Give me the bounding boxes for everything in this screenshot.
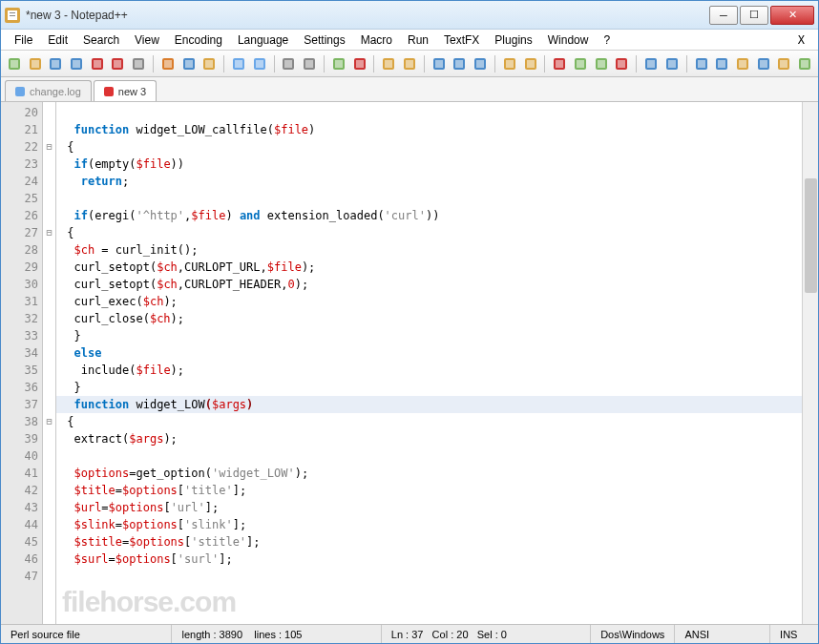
play-icon[interactable] [571,54,590,73]
line-number: 30 [1,276,42,293]
code-line[interactable]: return; [56,173,802,190]
code-line[interactable]: $ch = curl_init(); [56,241,802,259]
minimize-button[interactable]: ─ [709,6,738,25]
code-line[interactable]: $surl=$options['surl']; [56,551,802,568]
menu-edit[interactable]: Edit [40,31,75,49]
tri-up-icon[interactable] [692,54,711,73]
sync-v-icon[interactable] [379,54,398,73]
maximize-button[interactable]: ☐ [740,6,768,25]
tab-change.log[interactable]: change.log [5,80,92,101]
close-icon[interactable] [88,54,107,73]
tab-bar: change.lognew 3 [1,77,818,102]
code-line[interactable]: } [56,327,802,344]
code-line[interactable]: extract($args); [56,430,802,447]
fold-column: ⊟⊟⊟ [43,102,56,624]
new-icon[interactable] [5,54,24,73]
menu-language[interactable]: Language [230,31,296,49]
menu-settings[interactable]: Settings [296,31,352,49]
tri-down-icon[interactable] [712,54,731,73]
undo-icon[interactable] [229,54,248,73]
fold-icon[interactable] [500,54,519,73]
open-icon[interactable] [26,54,45,73]
code-line[interactable]: } [56,379,802,396]
menu-textfx[interactable]: TextFX [436,31,487,49]
code-line[interactable]: $options=get_option('widget_LOW'); [56,465,802,482]
abc-icon[interactable] [795,54,814,73]
all-chars-icon[interactable] [451,54,470,73]
wrap-icon[interactable] [430,54,449,73]
line-number: 40 [1,447,42,465]
fold-marker[interactable]: ⊟ [43,413,55,430]
menu-run[interactable]: Run [400,31,436,49]
wave-icon[interactable] [754,54,773,73]
stop-icon[interactable] [613,54,632,73]
vertical-scrollbar[interactable] [802,102,818,624]
line-number: 35 [1,362,42,379]
close-button[interactable]: ✕ [770,6,814,25]
code-area[interactable]: function widget_LOW_callfile($file) { if… [56,102,802,624]
indent-icon[interactable] [471,54,490,73]
rec-icon[interactable] [550,54,569,73]
code-line[interactable]: $title=$options['title']; [56,482,802,499]
fold-marker [43,104,55,121]
save-icon[interactable] [46,54,65,73]
menu-plugins[interactable]: Plugins [487,31,539,49]
menu-window[interactable]: Window [540,31,597,49]
menu-file[interactable]: File [7,31,40,49]
code-line[interactable]: curl_setopt($ch,CURLOPT_HEADER,0); [56,276,802,293]
sync-h-icon[interactable] [400,54,419,73]
square-icon[interactable] [775,54,794,73]
zoom-in-icon[interactable] [329,54,348,73]
circle-icon[interactable] [733,54,752,73]
code-line[interactable]: { [56,138,802,156]
fold-marker [43,516,55,533]
code-line[interactable] [56,104,802,121]
tab-new-3[interactable]: new 3 [94,80,157,101]
menu-view[interactable]: View [127,31,167,49]
fold-marker [43,241,55,259]
code-line[interactable]: if(eregi('^http',$file) and extension_lo… [56,207,802,224]
fold-marker [43,293,55,310]
code-line[interactable]: curl_setopt($ch,CURLOPT_URL,$file); [56,259,802,276]
code-line[interactable]: $url=$options['url']; [56,499,802,516]
print-icon[interactable] [129,54,148,73]
unfold-icon[interactable] [521,54,540,73]
menu-search[interactable]: Search [75,31,127,49]
svg-rect-25 [235,60,242,68]
find-icon[interactable] [280,54,299,73]
code-line[interactable]: function widget_LOW_callfile($file) [56,121,802,138]
copy-icon[interactable] [179,54,199,73]
code-line[interactable]: include($file); [56,362,802,379]
code-line[interactable]: $stitle=$options['stitle']; [56,533,802,551]
code-line[interactable] [56,568,802,585]
code-line[interactable] [56,447,802,465]
code-line[interactable]: { [56,224,802,241]
fold-marker [43,362,55,379]
menu-doc-close[interactable]: X [790,33,812,47]
code-line[interactable]: curl_exec($ch); [56,293,802,310]
close-all-icon[interactable] [109,54,128,73]
code-line[interactable]: { [56,413,802,430]
svg-rect-19 [164,60,172,68]
code-line[interactable]: else [56,344,802,362]
menu-encoding[interactable]: Encoding [167,31,230,49]
paste-icon[interactable] [200,54,219,73]
back-icon[interactable] [641,54,661,73]
code-line[interactable]: function widget_LOW($args) [56,396,802,413]
fold-marker[interactable]: ⊟ [43,138,55,156]
code-line[interactable] [56,190,802,207]
redo-icon[interactable] [250,54,269,73]
play-multi-icon[interactable] [592,54,611,73]
code-line[interactable]: if(empty($file)) [56,156,802,173]
code-line[interactable]: curl_close($ch); [56,310,802,327]
save-all-icon[interactable] [67,54,86,73]
scrollbar-thumb[interactable] [805,178,817,293]
menu-macro[interactable]: Macro [353,31,400,49]
cut-icon[interactable] [158,54,178,73]
menu-?[interactable]: ? [596,31,618,49]
replace-icon[interactable] [300,54,319,73]
code-line[interactable]: $slink=$options['slink']; [56,516,802,533]
fold-marker[interactable]: ⊟ [43,224,55,241]
zoom-out-icon[interactable] [350,54,369,73]
fwd-icon[interactable] [662,54,682,73]
